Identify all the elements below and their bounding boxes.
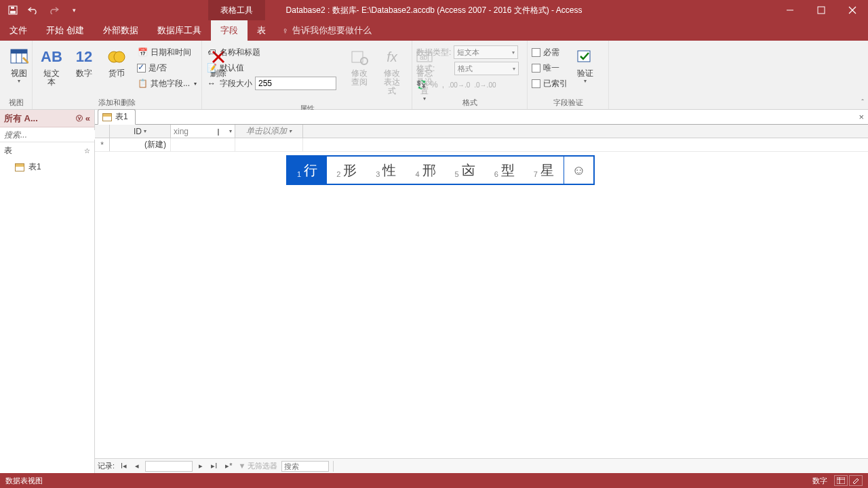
ime-candidate-4[interactable]: 4邢 xyxy=(406,157,445,184)
required-checkbox[interactable]: 必需 xyxy=(532,45,568,60)
table-icon xyxy=(102,113,112,121)
unique-checkbox[interactable]: 唯一 xyxy=(532,60,568,75)
tab-fields[interactable]: 字段 xyxy=(211,20,248,41)
window-controls xyxy=(774,0,868,20)
svg-rect-8 xyxy=(11,49,27,54)
ime-candidate-7[interactable]: 7星 xyxy=(524,157,564,184)
cell-new-col[interactable] xyxy=(171,138,235,151)
percent-format-icon[interactable]: % xyxy=(431,80,438,89)
ruler-icon: ↔ xyxy=(206,78,217,89)
save-icon[interactable] xyxy=(7,4,19,16)
record-navigator: 记录: I◂ ◂ ▸ ▸I ▸* ▼ 无筛选器 xyxy=(95,458,868,473)
comma-format-icon[interactable]: , xyxy=(442,80,444,89)
select-all-corner[interactable] xyxy=(95,125,110,138)
horizontal-scrollbar[interactable] xyxy=(333,461,865,472)
column-header-editing[interactable]: xing I ▾ xyxy=(171,125,235,138)
more-fields-button[interactable]: 📋其他字段...▾ xyxy=(137,76,197,91)
default-value-button[interactable]: 📝默认值 xyxy=(206,60,336,75)
lightbulb-icon: ♀ xyxy=(282,26,289,36)
column-header-add[interactable]: 单击以添加▾ xyxy=(235,125,303,138)
document-tabs: 表1 × xyxy=(95,110,868,125)
tab-home-create[interactable]: 开始 创建 xyxy=(37,20,94,41)
nav-category-tables[interactable]: 表☆ xyxy=(0,142,94,159)
design-view-switch[interactable] xyxy=(849,475,863,486)
ime-candidate-5[interactable]: 5㐫 xyxy=(446,157,485,184)
ime-candidate-1[interactable]: 1行 xyxy=(288,157,327,184)
modify-expression-button[interactable]: fx 修改表达式 xyxy=(377,45,407,97)
ime-candidate-2[interactable]: 2形 xyxy=(327,157,366,184)
date-time-button[interactable]: 📅日期和时间 xyxy=(137,45,197,60)
cell-id-new[interactable]: (新建) xyxy=(110,138,171,151)
decrease-decimals-icon[interactable]: .0→.00 xyxy=(474,81,496,89)
lookup-icon xyxy=(349,46,370,68)
format-combo[interactable]: 格式▾ xyxy=(454,62,519,75)
ime-emoji-button[interactable]: ☺ xyxy=(564,157,593,184)
work-area: 所有 A... ⓥ« 🔍 表☆ 表1 表1 × ID▾ xing I ▾ 单击 xyxy=(0,110,868,473)
maximize-button[interactable] xyxy=(806,0,837,20)
nav-dropdown-icon[interactable]: ⓥ xyxy=(76,114,83,123)
indexed-checkbox[interactable]: 已索引 xyxy=(532,76,568,91)
data-type-combo[interactable]: 短文本▾ xyxy=(454,45,518,59)
chevron-down-icon: ▾ xyxy=(8,78,30,84)
more-fields-icon: 📋 xyxy=(137,78,148,89)
row-selector-new[interactable]: * xyxy=(95,138,110,151)
field-size-input[interactable] xyxy=(255,77,336,90)
document-area: 表1 × ID▾ xing I ▾ 单击以添加▾ * (新建) xyxy=(95,110,868,473)
ime-candidate-window: 1行 2形 3性 4邢 5㐫 6型 7星 ☺ xyxy=(286,155,595,185)
tab-file[interactable]: 文件 xyxy=(0,20,37,41)
chevron-down-icon[interactable]: ▾ xyxy=(229,128,232,134)
format-buttons-row: 💱 % , .00→.0 .0→.00 xyxy=(416,77,496,92)
close-button[interactable] xyxy=(837,0,868,20)
modify-lookups-button[interactable]: 修改查阅 xyxy=(344,45,374,88)
chevron-down-icon[interactable]: ▾ xyxy=(144,128,146,134)
view-button[interactable]: 视图 ▾ xyxy=(4,45,34,85)
last-record-button[interactable]: ▸I xyxy=(209,462,219,470)
qat-dropdown-icon[interactable]: ▾ xyxy=(68,4,80,16)
name-caption-button[interactable]: 🏷名称和标题 xyxy=(206,45,336,60)
collapse-category-icon: ☆ xyxy=(84,147,90,155)
tab-table[interactable]: 表 xyxy=(248,20,275,41)
validation-button[interactable]: 验证▾ xyxy=(570,45,600,85)
tell-me-search[interactable]: ♀ 告诉我你想要做什么 xyxy=(282,20,372,41)
chevron-down-icon[interactable]: ▾ xyxy=(289,128,292,134)
short-text-button[interactable]: AB 短文本 xyxy=(37,45,66,88)
title-bar: ▾ 表格工具 Database2 : 数据库- E:\Database2.acc… xyxy=(0,0,868,20)
currency-button[interactable]: 货币 xyxy=(102,45,132,79)
nav-search: 🔍 xyxy=(0,127,94,142)
column-header-id[interactable]: ID▾ xyxy=(110,125,171,138)
number-button[interactable]: 12 数字 xyxy=(69,45,99,79)
undo-icon[interactable] xyxy=(27,4,39,16)
ime-candidate-6[interactable]: 6型 xyxy=(485,157,524,184)
doc-tab-table1[interactable]: 表1 xyxy=(98,109,136,125)
group-label-add-delete: 添加和删除 xyxy=(37,97,197,109)
view-label: 视图 xyxy=(8,69,30,78)
minimize-button[interactable] xyxy=(774,0,806,20)
quick-access-toolbar: ▾ xyxy=(0,4,80,16)
tab-database-tools[interactable]: 数据库工具 xyxy=(148,20,211,41)
current-record-input[interactable] xyxy=(145,461,193,472)
yes-no-button[interactable]: 是/否 xyxy=(137,60,197,75)
prev-record-button[interactable]: ◂ xyxy=(133,462,141,470)
collapse-ribbon-icon[interactable]: ˆ xyxy=(861,98,864,106)
currency-icon xyxy=(106,46,127,68)
calendar-icon: 📅 xyxy=(137,47,148,58)
nav-pane-header[interactable]: 所有 A... ⓥ« xyxy=(0,110,94,127)
checkbox-icon xyxy=(137,64,146,73)
nav-search-input[interactable] xyxy=(0,130,111,140)
svg-rect-20 xyxy=(837,477,845,484)
ime-candidate-3[interactable]: 3性 xyxy=(366,157,406,184)
currency-format-icon[interactable]: 💱 xyxy=(416,80,427,89)
tab-external-data[interactable]: 外部数据 xyxy=(94,20,148,41)
increase-decimals-icon[interactable]: .00→.0 xyxy=(448,81,470,89)
text-cursor-icon: I xyxy=(217,127,220,138)
record-search-input[interactable] xyxy=(281,461,329,472)
datasheet-view-switch[interactable] xyxy=(834,475,848,486)
nav-item-table1[interactable]: 表1 xyxy=(0,159,94,175)
nav-collapse-icon[interactable]: « xyxy=(85,113,90,123)
fx-icon: fx xyxy=(381,46,403,68)
redo-icon[interactable] xyxy=(47,4,60,16)
new-record-button[interactable]: ▸* xyxy=(223,462,234,470)
next-record-button[interactable]: ▸ xyxy=(197,462,205,470)
first-record-button[interactable]: I◂ xyxy=(119,462,129,470)
close-doc-icon[interactable]: × xyxy=(859,112,864,122)
